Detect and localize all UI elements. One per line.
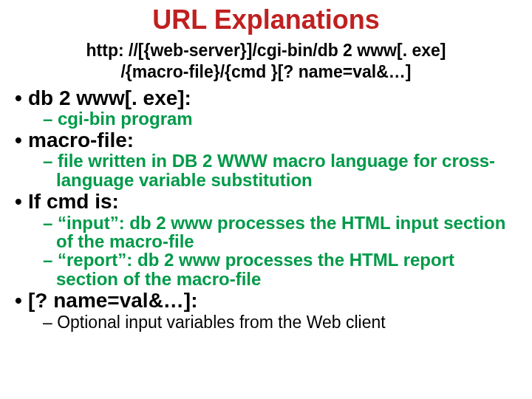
bullet-icon: • <box>15 290 28 312</box>
sub-text: “input”: db 2 www processes the HTML inp… <box>56 213 505 251</box>
item-sublist: – Optional input variables from the Web … <box>15 313 517 333</box>
item-db2www: •db 2 www[. exe]: – cgi-bin program <box>15 87 517 129</box>
item-sublist: – file written in DB 2 WWW macro languag… <box>15 151 517 189</box>
sub-text: cgi-bin program <box>58 109 193 129</box>
sub-item: – “input”: db 2 www processes the HTML i… <box>43 214 517 251</box>
item-head-text: db 2 www[. exe]: <box>28 86 191 109</box>
item-cmd: •If cmd is: – “input”: db 2 www processe… <box>15 191 517 288</box>
sub-item: – cgi-bin program <box>43 109 517 128</box>
sub-item: – Optional input variables from the Web … <box>43 313 517 333</box>
item-head-text: macro-file: <box>28 129 134 151</box>
item-head: •[? name=val&…]: <box>15 290 517 312</box>
bullet-icon: • <box>15 129 28 151</box>
item-query: •[? name=val&…]: – Optional input variab… <box>15 290 517 332</box>
sub-text: Optional input variables from the Web cl… <box>57 313 385 332</box>
bullet-icon: • <box>15 191 28 213</box>
sub-text: file written in DB 2 WWW macro language … <box>56 151 495 189</box>
url-line-1: http: //[{web-server}]/cgi-bin/db 2 www[… <box>15 40 517 61</box>
item-head-text: [? name=val&…]: <box>28 289 198 312</box>
slide-title: URL Explanations <box>15 4 517 35</box>
item-sublist: – “input”: db 2 www processes the HTML i… <box>15 214 517 289</box>
item-head-text: If cmd is: <box>28 190 119 213</box>
url-line-2: /{macro-file}/{cmd }[? name=val&…] <box>15 61 517 83</box>
slide: URL Explanations http: //[{web-server}]/… <box>0 0 532 399</box>
item-head: •macro-file: <box>15 129 517 151</box>
sub-item: – “report”: db 2 www processes the HTML … <box>43 250 517 288</box>
url-template: http: //[{web-server}]/cgi-bin/db 2 www[… <box>15 40 517 83</box>
explanation-list: •db 2 www[. exe]: – cgi-bin program •mac… <box>15 87 517 333</box>
item-head: •db 2 www[. exe]: <box>15 87 517 109</box>
item-head: •If cmd is: <box>15 191 517 213</box>
item-macro-file: •macro-file: – file written in DB 2 WWW … <box>15 129 517 189</box>
sub-item: – file written in DB 2 WWW macro languag… <box>43 151 517 189</box>
bullet-icon: • <box>15 87 28 109</box>
sub-text: “report”: db 2 www processes the HTML re… <box>56 250 454 288</box>
item-sublist: – cgi-bin program <box>15 109 517 128</box>
